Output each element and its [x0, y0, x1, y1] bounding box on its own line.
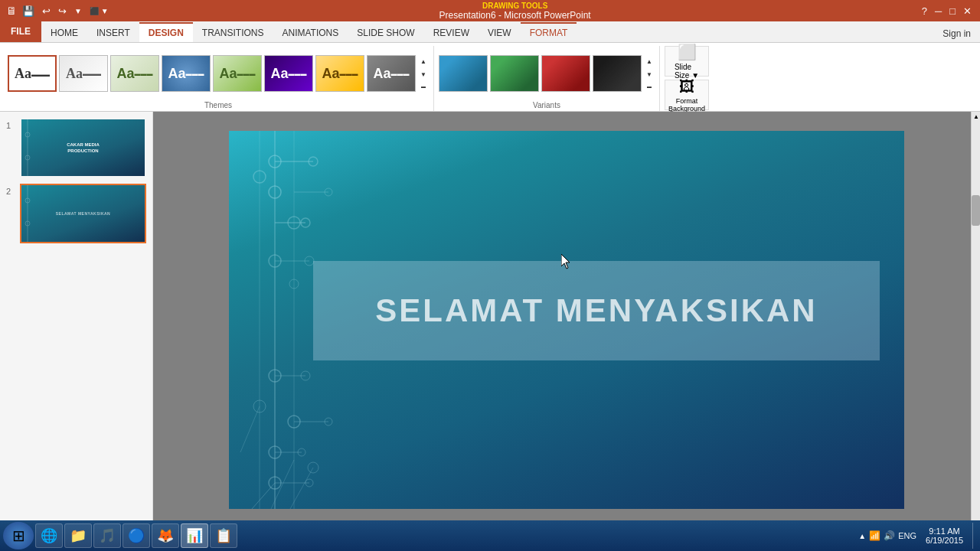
slide-number-2: 2 — [6, 187, 15, 196]
taskbar-powerpoint[interactable]: 📊 — [181, 523, 208, 548]
restore-button[interactable]: □ — [947, 4, 958, 18]
slide-panel: 1 CAKAR MEDIA PRODUCTION 2 — [0, 112, 153, 528]
qat-customize-button[interactable]: ⬛ ▼ — [87, 5, 111, 17]
network-icon: 📶 — [869, 530, 880, 541]
show-desktop-button[interactable] — [972, 523, 977, 549]
themes-group: Aa▬▬▬ Aa▬▬▬ Aa▬▬▬ Aa▬▬▬ Aa▬▬▬ Aa▬▬▬ Aa▬▬… — [3, 46, 434, 111]
variant-tile-2[interactable] — [541, 55, 590, 92]
tab-review[interactable]: REVIEW — [424, 22, 479, 42]
taskbar: ⊞ 🌐 📁 🎵 🔵 🦊 📊 📋 ▲ 📶 🔊 ENG 9:11 AM 6/19/2… — [0, 520, 980, 551]
taskbar-firefox[interactable]: 🦊 — [152, 523, 179, 548]
slide-canvas[interactable]: SELAMAT MENYAKSIKAN — [229, 131, 904, 509]
presentation-title: Presentation6 - Microsoft PowerPoint — [114, 10, 916, 21]
thumb-circuit-icon — [21, 119, 44, 178]
taskbar-media[interactable]: 🎵 — [93, 523, 121, 548]
ribbon-content: Aa▬▬▬ Aa▬▬▬ Aa▬▬▬ Aa▬▬▬ Aa▬▬▬ Aa▬▬▬ Aa▬▬… — [0, 43, 980, 112]
main-area: 1 CAKAR MEDIA PRODUCTION 2 — [0, 112, 980, 528]
sign-in-button[interactable]: Sign in — [933, 25, 980, 42]
taskbar-right: ▲ 📶 🔊 ENG 9:11 AM 6/19/2015 — [854, 523, 977, 549]
ribbon-tabs: FILE HOME INSERT DESIGN TRANSITIONS ANIM… — [0, 21, 980, 43]
slide-thumb-bg-2: SELAMAT MENYAKSIKAN — [21, 185, 145, 242]
svg-line-39 — [240, 406, 260, 452]
slide-number-1: 1 — [6, 121, 15, 130]
volume-icon: 🔊 — [884, 530, 895, 541]
redo-button[interactable]: ↪ — [56, 4, 69, 18]
themes-label: Themes — [204, 101, 232, 111]
scroll-up-button[interactable]: ▲ — [972, 112, 980, 122]
variant-tile-1[interactable] — [490, 55, 539, 92]
tab-animations[interactable]: ANIMATIONS — [273, 22, 348, 42]
themes-row: Aa▬▬▬ Aa▬▬▬ Aa▬▬▬ Aa▬▬▬ Aa▬▬▬ Aa▬▬▬ Aa▬▬… — [8, 46, 429, 101]
canvas-vertical-scrollbar[interactable]: ▲ ▼ — [971, 112, 980, 528]
themes-tiles: Aa▬▬▬ Aa▬▬▬ Aa▬▬▬ Aa▬▬▬ Aa▬▬▬ Aa▬▬▬ Aa▬▬… — [8, 55, 429, 92]
format-background-icon: 🖼 — [679, 78, 694, 96]
time-display: 9:11 AM — [926, 527, 963, 536]
format-background-button[interactable]: 🖼 FormatBackground — [665, 80, 709, 110]
app-title: DRAWING TOOLS Presentation6 - Microsoft … — [114, 2, 916, 21]
help-button[interactable]: ? — [920, 4, 929, 18]
canvas-area: SELAMAT MENYAKSIKAN ▲ ▼ — [153, 112, 980, 528]
slide-main-text: SELAMAT MENYAKSIKAN — [375, 292, 817, 329]
svg-line-37 — [252, 483, 275, 509]
powerpoint-icon: 🖥 — [6, 5, 17, 17]
close-button[interactable]: ✕ — [961, 4, 974, 18]
minimize-button[interactable]: ─ — [933, 4, 944, 18]
taskbar-extra[interactable]: 📋 — [210, 523, 237, 548]
clock: 9:11 AM 6/19/2015 — [926, 527, 968, 545]
customize-group: ⬜ SlideSize ▼ 🖼 FormatBackground Customi… — [660, 46, 714, 111]
theme-tile-4[interactable]: Aa▬▬▬ — [213, 55, 262, 92]
slide-textbox[interactable]: SELAMAT MENYAKSIKAN — [313, 261, 880, 360]
language-icon: ENG — [898, 531, 916, 540]
variants-group: ▲ ▼ ▬ Variants — [434, 46, 660, 111]
variant-tile-3[interactable] — [593, 55, 642, 92]
tab-design[interactable]: DESIGN — [139, 22, 193, 42]
variants-scroll[interactable]: ▲ ▼ ▬ — [644, 55, 655, 92]
variants-label: Variants — [533, 101, 560, 111]
quick-access-toolbar: 🖥 💾 ↩ ↪ ▼ ⬛ ▼ DRAWING TOOLS Presentation… — [0, 0, 980, 21]
slide-thumbnail-1[interactable]: CAKAR MEDIA PRODUCTION — [20, 118, 146, 178]
variants-tiles: ▲ ▼ ▬ — [439, 46, 655, 101]
slide-thumb-bg-1: CAKAR MEDIA PRODUCTION — [21, 119, 145, 176]
theme-tile-2[interactable]: Aa▬▬▬ — [110, 55, 159, 92]
variant-tile-0[interactable] — [439, 55, 488, 92]
date-display: 6/19/2015 — [926, 536, 963, 545]
variants-row: ▲ ▼ ▬ — [439, 55, 655, 92]
save-button[interactable]: 💾 — [20, 4, 37, 18]
drawing-tools-label: DRAWING TOOLS — [114, 2, 916, 10]
theme-tile-0[interactable]: Aa▬▬▬ — [8, 55, 57, 92]
tab-insert[interactable]: INSERT — [87, 22, 139, 42]
theme-tile-3[interactable]: Aa▬▬▬ — [162, 55, 211, 92]
start-button[interactable]: ⊞ — [3, 522, 34, 549]
scroll-thumb[interactable] — [972, 195, 980, 226]
tray-up-arrow[interactable]: ▲ — [858, 532, 866, 540]
tab-slideshow[interactable]: SLIDE SHOW — [348, 22, 423, 42]
themes-scroll[interactable]: ▲ ▼ ▬ — [418, 55, 429, 92]
theme-tile-7[interactable]: Aa▬▬▬ — [367, 55, 416, 92]
slide-item-2[interactable]: 2 SELAMAT MENYAKSIKAN — [6, 184, 146, 243]
theme-tile-1[interactable]: Aa▬▬▬ — [59, 55, 108, 92]
slide-size-icon: ⬜ — [678, 43, 697, 61]
tab-format[interactable]: FORMAT — [521, 22, 577, 42]
tab-file[interactable]: FILE — [0, 21, 41, 42]
tab-view[interactable]: VIEW — [479, 22, 521, 42]
tab-transitions[interactable]: TRANSITIONS — [193, 22, 273, 42]
thumb2-circuit-icon — [21, 185, 44, 243]
slide-1-thumb-text: CAKAR MEDIA PRODUCTION — [67, 142, 100, 155]
system-tray: ▲ 📶 🔊 ENG — [854, 530, 921, 541]
slide-item-1[interactable]: 1 CAKAR MEDIA PRODUCTION — [6, 118, 146, 178]
taskbar-ie[interactable]: 🌐 — [35, 523, 63, 548]
tab-home[interactable]: HOME — [41, 22, 87, 42]
theme-tile-5[interactable]: Aa▬▬▬ — [264, 55, 313, 92]
taskbar-chrome[interactable]: 🔵 — [122, 523, 150, 548]
slide-thumbnail-2[interactable]: SELAMAT MENYAKSIKAN — [20, 184, 146, 243]
taskbar-explorer[interactable]: 📁 — [64, 523, 92, 548]
theme-tile-6[interactable]: Aa▬▬▬ — [315, 55, 364, 92]
slide-2-thumb-text: SELAMAT MENYAKSIKAN — [56, 211, 110, 216]
slide-size-button[interactable]: ⬜ SlideSize ▼ — [665, 46, 709, 77]
qat-more-button[interactable]: ▼ — [72, 5, 84, 17]
undo-button[interactable]: ↩ — [40, 4, 53, 18]
customize-buttons: ⬜ SlideSize ▼ 🖼 FormatBackground — [665, 46, 709, 110]
